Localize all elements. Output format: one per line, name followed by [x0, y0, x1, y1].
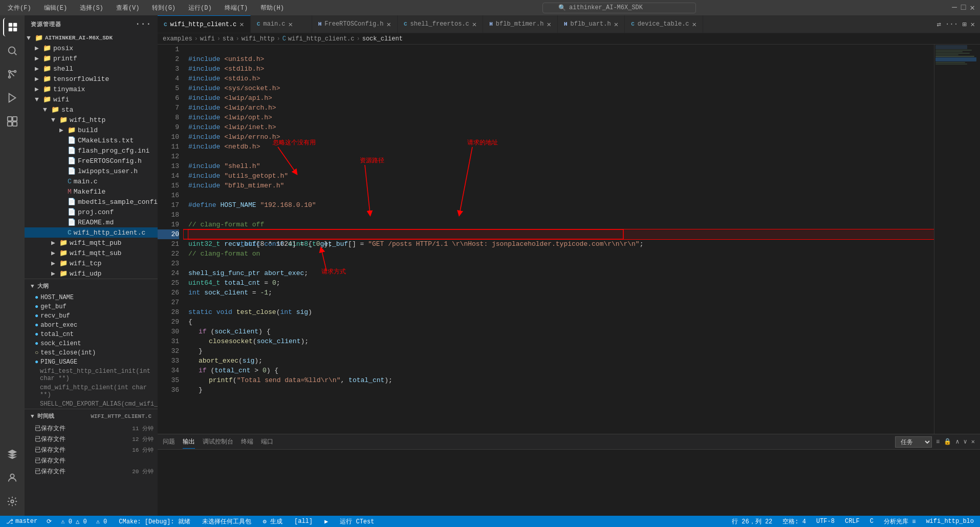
breadcrumb-sta[interactable]: sta [223, 35, 234, 43]
tree-item-wifi-http-client[interactable]: ▶Cwifi_http_client.c [25, 227, 158, 238]
tab-bflb-uart[interactable]: H bflb_uart.h ✕ [558, 15, 625, 33]
cmake-status[interactable]: CMake: [Debug]: 就绪 [117, 517, 192, 526]
tab-close-6[interactable]: ✕ [692, 20, 696, 29]
outline-subitem-2[interactable]: cmd_wifi_http_client(int char **) [25, 383, 158, 399]
activity-run[interactable] [3, 89, 21, 107]
minimap[interactable] [934, 45, 980, 434]
tab-close-1[interactable]: ✕ [289, 20, 293, 29]
menu-bar[interactable]: 文件(F) 编辑(E) 选择(S) 查看(V) 转到(G) 运行(D) 终端(T… [5, 3, 287, 13]
tab-close-5[interactable]: ✕ [614, 20, 618, 29]
tab-close-2[interactable]: ✕ [387, 20, 391, 29]
breadcrumb-symbol[interactable]: sock_client [362, 35, 403, 43]
activity-extensions[interactable] [3, 112, 21, 131]
tree-item-posix[interactable]: ▶📁posix [25, 43, 158, 53]
timeline-item-0[interactable]: 已保存文件 11 分钟 [25, 423, 158, 434]
tree-item-wifi[interactable]: ▼📁wifi [25, 94, 158, 104]
tree-item-wifi-tcp[interactable]: ▶📁wifi_tcp [25, 258, 158, 268]
menu-file[interactable]: 文件(F) [5, 3, 34, 13]
timeline-item-4[interactable]: 已保存文件 20 分钟 [25, 466, 158, 477]
tree-item-freertos-config[interactable]: ▶📄FreERTOSConfig.h [25, 156, 158, 166]
activity-settings[interactable] [3, 492, 21, 511]
breadcrumb-filename[interactable]: wifi_http_client.c [288, 35, 355, 43]
timeline-item-3[interactable]: 已保存文件 [25, 455, 158, 466]
editor-layout-button[interactable]: ⊞ [962, 20, 966, 29]
outline-item-sock-client[interactable]: ●sock_client [25, 339, 158, 348]
tree-item-main-c[interactable]: ▶Cmain.c [25, 176, 158, 186]
tree-item-wifi_http[interactable]: ▼📁wifi_http [25, 115, 158, 125]
tree-item-mbedtls[interactable]: ▶📄mbedtls_sample_config.h [25, 197, 158, 207]
panel-tab-terminal[interactable]: 终端 [241, 435, 253, 449]
menu-view[interactable]: 查看(V) [114, 3, 142, 13]
panel-content[interactable] [158, 450, 980, 516]
build-button[interactable]: ⚙ 生成 [261, 517, 285, 526]
tab-close-4[interactable]: ✕ [547, 20, 551, 29]
timeline-item-2[interactable]: 已保存文件 16 分钟 [25, 445, 158, 455]
tree-item-flash-prog[interactable]: ▶📄flash_prog_cfg.ini [25, 145, 158, 156]
menu-help[interactable]: 帮助(H) [258, 3, 287, 13]
spaces[interactable]: 空格: 4 [780, 517, 808, 526]
more-actions-button[interactable]: ··· [945, 20, 958, 28]
git-branch[interactable]: ⎇ master [4, 518, 39, 525]
sync-button[interactable]: ⟳ [45, 518, 54, 525]
run-ctest-button[interactable]: 运行 CTest [338, 517, 376, 526]
tab-freertos-config[interactable]: H FreeRTOSConfig.h ✕ [312, 15, 398, 33]
outline-subitem-3[interactable]: SHELL_CMD_EXPORT_ALIAS(cmd_wifi_ht... [25, 399, 158, 409]
tree-item-lwipopts[interactable]: ▶📄lwipopts_user.h [25, 166, 158, 176]
outline-item-recv-buf[interactable]: ●recv_buf [25, 311, 158, 321]
panel-up-button[interactable]: ∧ [955, 438, 959, 446]
breadcrumb-examples[interactable]: examples [163, 35, 192, 43]
tree-item-wifi-mqtt-pub[interactable]: ▶📁wifi_mqtt_pub [25, 238, 158, 248]
tab-wifi-http-client[interactable]: C wifi_http_client.c ✕ [158, 15, 251, 33]
outline-item-get-buf[interactable]: ●get_buf [25, 302, 158, 311]
activity-account[interactable] [3, 469, 21, 487]
panel-tab-debug-console[interactable]: 调试控制台 [203, 435, 233, 449]
split-editor-button[interactable]: ⇄ [937, 20, 941, 29]
tree-item-wifi-udp[interactable]: ▶📁wifi_udp [25, 268, 158, 279]
outline-subitem-1[interactable]: wifi_test_http_client_init(int char **) [25, 367, 158, 383]
cursor-position[interactable]: 行 26，列 22 [730, 517, 774, 526]
activity-search[interactable] [3, 41, 21, 60]
breadcrumb-wifi-http[interactable]: wifi_http [242, 35, 275, 43]
tree-item-proj-conf[interactable]: ▶📄proj.conf [25, 207, 158, 217]
outline-item-ping-usage[interactable]: ●PING_USAGE [25, 357, 158, 367]
tab-shell-freertos[interactable]: C shell_freertos.c ✕ [398, 15, 483, 33]
outline-item-test-close[interactable]: ○test_close(int) [25, 348, 158, 357]
close-all-button[interactable]: ✕ [971, 20, 975, 29]
maximize-button[interactable]: □ [961, 3, 966, 12]
tab-bflb-mtimer[interactable]: H bflb_mtimer.h ✕ [483, 15, 558, 33]
close-button[interactable]: ✕ [970, 3, 975, 13]
sidebar-more-button[interactable]: ··· [135, 19, 151, 29]
tree-item-wifi-mqtt-sub[interactable]: ▶📁wifi_mqtt_sub [25, 248, 158, 258]
encoding[interactable]: UTF-8 [814, 518, 837, 525]
panel-down-button[interactable]: ∨ [964, 438, 967, 446]
tree-item-makefile[interactable]: ▶MMakefile [25, 186, 158, 197]
activity-cmake[interactable] [3, 445, 21, 463]
menu-terminal[interactable]: 终端(T) [222, 3, 251, 13]
outline-header[interactable]: ▼ 大纲 [25, 279, 158, 293]
breadcrumb-wifi[interactable]: wifi [200, 35, 215, 43]
panel-filter-button[interactable]: ≡ [936, 438, 940, 446]
tab-main-c[interactable]: C main.c ✕ [251, 15, 312, 33]
line-ending[interactable]: CRLF [843, 518, 862, 525]
outline-item-total-cnt[interactable]: ●total_cnt [25, 330, 158, 339]
tab-close-3[interactable]: ✕ [472, 20, 476, 29]
tree-item-tensorflowlite[interactable]: ▶📁tensorflowlite [25, 74, 158, 84]
tree-item-shell[interactable]: ▶📁shell [25, 64, 158, 74]
outline-item-abort-exec[interactable]: ●abort_exec [25, 321, 158, 330]
panel-close-button[interactable]: ✕ [971, 438, 975, 446]
warnings-button[interactable]: ⚠ 0 [94, 518, 110, 525]
tree-root[interactable]: ▼ 📁 AITHINKER_AI-M6X_SDK [25, 33, 158, 43]
analysis-button[interactable]: 分析光库 ≡ [882, 517, 918, 526]
activity-source-control[interactable] [3, 65, 21, 83]
tab-device-table[interactable]: C device_table.c ✕ [625, 15, 703, 33]
tab-close-0[interactable]: ✕ [239, 20, 244, 29]
panel-tab-ports[interactable]: 端口 [261, 435, 273, 449]
timeline-item-1[interactable]: 已保存文件 12 分钟 [25, 434, 158, 445]
outline-item-hostname[interactable]: ●HOST_NAME [25, 293, 158, 302]
code-area[interactable]: #include <unistd.h> #include <stdlib.h> … [183, 45, 934, 434]
tree-item-tinymaix[interactable]: ▶📁tinymaix [25, 84, 158, 94]
tree-item-sta[interactable]: ▼📁sta [25, 104, 158, 115]
panel-tab-output[interactable]: 输出 [183, 435, 195, 449]
all-target[interactable]: [all] [292, 518, 315, 525]
search-bar[interactable]: 🔍 aithinker_AI-M6X_SDK [542, 3, 696, 13]
